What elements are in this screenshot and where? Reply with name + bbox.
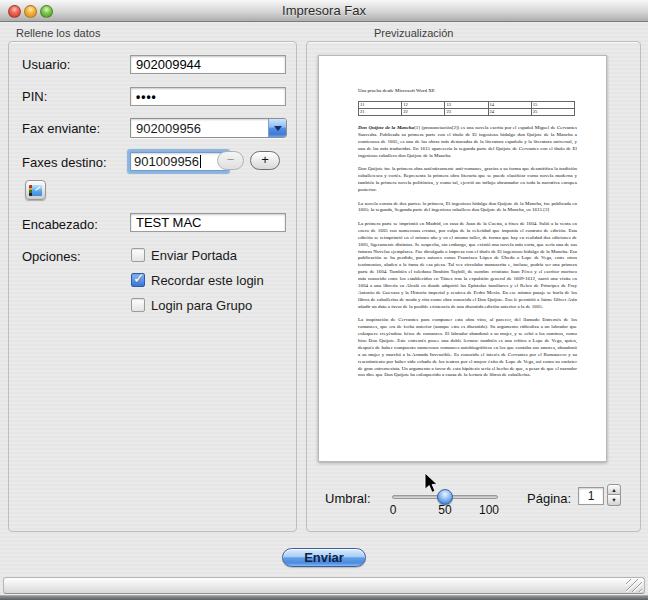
doc-paragraph: La primera parte se imprimió en Madrid, … xyxy=(358,221,577,311)
tick-50: 50 xyxy=(436,503,454,517)
doc-paragraph: La inspiración de Cervantes para compone… xyxy=(358,317,577,379)
form-group-title: Rellene los datos xyxy=(16,27,100,39)
checkbox-icon: ✓ xyxy=(131,298,145,312)
doc-paragraph: La novela consta de dos partes: la prime… xyxy=(358,201,577,215)
pin-label: PIN: xyxy=(22,89,47,104)
chevron-down-icon xyxy=(274,126,282,131)
fax-enviante-value: 902009956 xyxy=(136,121,201,136)
doc-header: Una prueba desde Microsoft Word XP. xyxy=(358,88,577,95)
checkbox-icon: ✓ xyxy=(131,248,145,262)
remove-fax-button[interactable]: − xyxy=(217,151,244,170)
address-book-button[interactable] xyxy=(25,180,46,200)
faxes-destino-value: 901009956 xyxy=(134,154,199,169)
window-title: Impresora Fax xyxy=(0,3,648,18)
text-caret xyxy=(200,155,201,168)
document-preview: Una prueba desde Microsoft Word XP. 1112… xyxy=(358,88,577,386)
check-icon: ✓ xyxy=(133,270,145,286)
pagina-stepper[interactable]: ▲ ▼ xyxy=(607,484,621,507)
table-row: 1112 1314 15 xyxy=(359,102,575,109)
window-bottom-edge xyxy=(0,595,648,600)
doc-paragraph: Don Quijote de la Mancha[1] (pronunciaci… xyxy=(358,125,577,160)
title-bar[interactable]: Impresora Fax xyxy=(0,0,648,22)
fax-dialog-window: Impresora Fax Rellene los datos Previzua… xyxy=(0,0,648,600)
combo-dropdown-button[interactable] xyxy=(268,119,286,137)
faxes-destino-label: Faxes destino: xyxy=(22,155,107,170)
stepper-down-button[interactable]: ▼ xyxy=(607,495,621,506)
pin-field[interactable]: •••• xyxy=(130,87,286,106)
fax-enviante-label: Fax enviante: xyxy=(22,121,100,136)
faxes-destino-field[interactable]: 901009956 xyxy=(130,152,227,171)
usuario-label: Usuario: xyxy=(22,57,70,72)
usuario-field[interactable]: 902009944 xyxy=(130,55,286,74)
encabezado-label: Encabezado: xyxy=(22,217,98,232)
stepper-up-button[interactable]: ▲ xyxy=(607,484,621,495)
pagina-field[interactable]: 1 xyxy=(578,487,604,505)
mouse-cursor xyxy=(424,473,439,495)
doc-paragraph: Don Quijote fue la primera obra auténtic… xyxy=(358,166,577,194)
chevron-up-icon: ▲ xyxy=(611,487,616,493)
picture-icon xyxy=(29,185,42,196)
add-fax-button[interactable]: + xyxy=(250,151,280,170)
bottom-bar xyxy=(3,577,645,594)
pagina-label: Página: xyxy=(527,491,571,506)
chevron-down-icon: ▼ xyxy=(611,497,616,503)
umbral-label: Umbral: xyxy=(325,491,371,506)
opciones-label: Opciones: xyxy=(22,249,81,264)
checkbox-icon: ✓ xyxy=(131,273,145,287)
resize-grip-icon[interactable] xyxy=(626,579,642,592)
checkbox-label: Recordar este login xyxy=(151,273,264,288)
enviar-button[interactable]: Enviar xyxy=(282,548,366,567)
doc-table: 1112 1314 15 2122 2324 25 xyxy=(358,101,575,116)
tick-0: 0 xyxy=(386,503,400,517)
table-row: 2122 2324 25 xyxy=(359,109,575,116)
tick-100: 100 xyxy=(476,503,502,517)
checkbox-label: Enviar Portada xyxy=(151,248,237,263)
encabezado-field[interactable]: TEST MAC xyxy=(130,213,286,232)
checkbox-label: Login para Grupo xyxy=(151,298,252,313)
preview-group-title: Previzualización xyxy=(374,27,453,39)
fax-enviante-combo[interactable]: 902009956 xyxy=(130,118,287,138)
preview-page: Una prueba desde Microsoft Word XP. 1112… xyxy=(318,55,607,462)
